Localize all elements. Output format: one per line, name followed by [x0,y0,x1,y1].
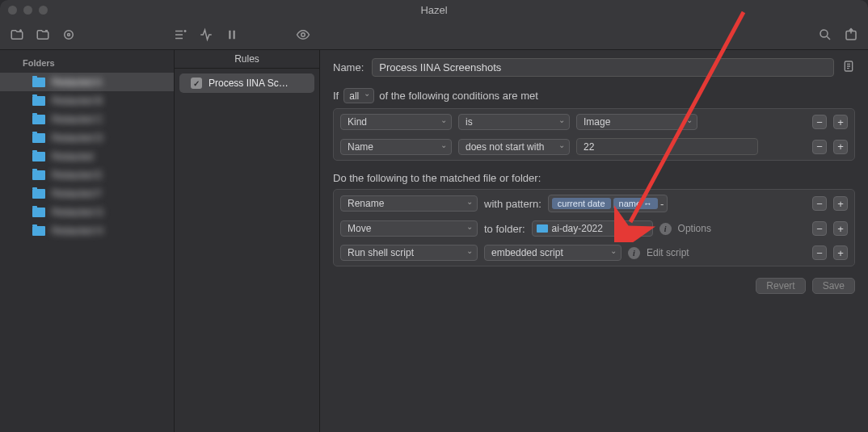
rule-detail: Name: If all of the following conditions… [320,50,868,432]
condition-op-select[interactable]: is [458,114,570,130]
add-folder-icon[interactable] [10,27,24,42]
folder-icon [32,170,45,180]
remove-action-button[interactable]: − [812,245,827,260]
svg-point-0 [65,30,74,39]
folder-item[interactable]: Redacted [0,147,174,166]
condition-value-input[interactable] [576,138,758,155]
toolbar [0,19,868,50]
pause-icon[interactable] [225,27,239,42]
pattern-separator: - [660,198,664,210]
action-verb-select[interactable]: Move [340,220,478,237]
remove-action-button[interactable]: − [812,221,827,236]
folder-icon [32,189,45,199]
add-condition-button[interactable]: + [833,115,848,129]
folder-icon [537,224,548,233]
shell-script-select[interactable]: embedded script [484,245,622,261]
info-icon[interactable]: i [659,223,672,235]
titlebar: Hazel [0,0,868,19]
add-action-button[interactable]: + [833,221,848,236]
options-label[interactable]: Options [678,223,711,234]
rules-header: Rules [175,50,319,69]
folders-sidebar: Folders Redacted A Redacted B Redacted C… [0,50,175,432]
folder-icon [32,152,45,161]
folder-item[interactable]: Redacted F [0,184,174,203]
condition-value-select[interactable]: Image [576,114,697,130]
folder-icon [32,133,45,143]
conditions-header: If all of the following conditions are m… [333,88,855,103]
conditions-box: Kind is Image − + Name does not start wi… [333,108,855,161]
folder-item[interactable]: Redacted C [0,110,174,128]
minimize-window[interactable] [23,6,32,15]
folder-item[interactable]: Redacted B [0,91,174,110]
rule-label: Process IINA Sc… [209,78,289,89]
folder-icon [32,208,45,217]
rule-checkbox[interactable]: ✓ [191,78,202,89]
remove-condition-button[interactable]: − [812,115,827,129]
folder-icon [32,96,45,106]
actions-box: Rename with pattern: current date name ↔… [333,189,855,266]
sidebar-header: Folders [0,50,174,73]
rule-item[interactable]: ✓ Process IINA Sc… [179,73,314,93]
maximize-window[interactable] [39,6,48,15]
preview-eye-icon[interactable] [296,27,310,42]
action-label: with pattern: [484,198,541,210]
window-title: Hazel [420,4,447,16]
folder-icon [32,78,45,87]
svg-point-4 [301,32,305,36]
add-condition-button[interactable]: + [833,140,848,154]
pattern-token[interactable]: name ↔ [613,198,659,209]
search-icon[interactable] [818,27,832,42]
svg-point-1 [68,33,70,36]
info-icon[interactable]: i [628,247,640,259]
action-label: to folder: [484,223,525,235]
gear-icon[interactable] [61,27,76,42]
svg-point-5 [820,30,828,37]
activity-icon[interactable] [199,27,213,42]
svg-rect-2 [229,30,230,39]
move-folder-select[interactable]: ai-day-2022 [532,220,653,237]
condition-op-select[interactable]: does not start with [458,139,570,155]
add-action-button[interactable]: + [833,196,848,211]
condition-row: Kind is Image − + [339,110,849,134]
remove-folder-icon[interactable] [36,27,50,42]
svg-rect-3 [234,30,235,39]
traffic-lights [8,6,48,15]
condition-attr-select[interactable]: Kind [340,114,452,130]
folder-item[interactable]: Redacted H [0,221,174,240]
main: Folders Redacted A Redacted B Redacted C… [0,50,868,432]
folder-item[interactable]: Redacted E [0,166,174,184]
condition-scope-select[interactable]: all [343,88,374,103]
remove-action-button[interactable]: − [812,196,827,211]
folder-icon [32,226,45,236]
close-window[interactable] [8,6,17,15]
edit-script-label[interactable]: Edit script [647,247,689,258]
export-icon[interactable] [844,27,858,42]
rename-pattern-field[interactable]: current date name ↔ - [548,195,668,212]
rule-name-input[interactable] [372,58,834,77]
rules-column: Rules ✓ Process IINA Sc… [175,50,320,432]
action-row-move: Move to folder: ai-day-2022 i Options − … [339,216,849,241]
folder-item[interactable]: Redacted D [0,128,174,147]
action-row-shell: Run shell script embedded script i Edit … [339,241,849,265]
add-action-button[interactable]: + [833,245,848,260]
revert-button[interactable]: Revert [756,278,805,294]
folder-item[interactable]: Redacted G [0,203,174,221]
remove-condition-button[interactable]: − [812,140,827,154]
rules-list-icon[interactable] [173,27,188,42]
folder-icon [32,115,45,124]
action-row-rename: Rename with pattern: current date name ↔… [339,191,849,216]
pattern-token[interactable]: current date [552,198,611,209]
name-label: Name: [333,61,364,73]
notes-icon[interactable] [842,60,855,76]
action-verb-select[interactable]: Run shell script [340,245,478,261]
condition-row: Name does not start with − + [339,134,849,159]
condition-attr-select[interactable]: Name [340,139,452,155]
actions-header: Do the following to the matched file or … [333,172,855,184]
save-button[interactable]: Save [812,278,855,294]
folder-item[interactable]: Redacted A [0,73,174,91]
action-verb-select[interactable]: Rename [340,195,478,212]
